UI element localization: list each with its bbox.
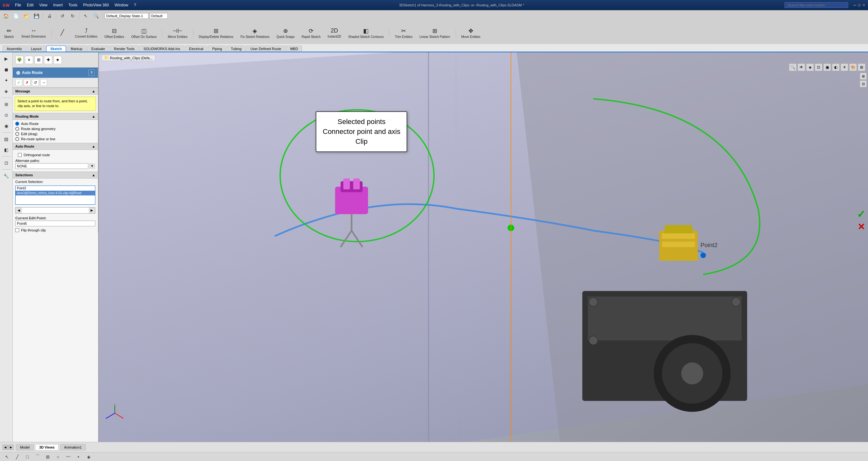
menu-insert[interactable]: Insert: [51, 2, 65, 8]
cancel-btn[interactable]: ✗: [24, 79, 31, 86]
tab-electrical[interactable]: Electrical: [185, 45, 208, 52]
selection-scroll-right[interactable]: ▶: [89, 208, 95, 213]
lv-btn-3[interactable]: ✦: [1, 75, 11, 86]
status-icon-5[interactable]: ⊞: [43, 452, 52, 461]
vp-btn-6[interactable]: ◐: [832, 63, 840, 71]
selections-header[interactable]: Selections ▲: [13, 172, 98, 179]
radio-reroute-spline[interactable]: Re-route spline or line: [15, 137, 95, 141]
rapid-sketch-tool[interactable]: ⟳ Rapid Sketch: [300, 27, 323, 39]
green-check-btn[interactable]: ✓: [857, 208, 865, 220]
line-tool[interactable]: ╱: [55, 28, 70, 38]
undo-btn[interactable]: ↺: [32, 79, 39, 86]
expand-btn[interactable]: ⊞: [860, 73, 867, 80]
window-maximize[interactable]: □: [858, 3, 860, 7]
tab-sketch[interactable]: Sketch: [46, 45, 66, 52]
display-delete-tool[interactable]: ⊞ Display/Delete Relations: [196, 27, 236, 39]
tab-scroll-left[interactable]: ◀: [3, 445, 8, 450]
red-x-btn[interactable]: ✕: [858, 222, 865, 232]
instant2d-tool[interactable]: 2D Instant2D: [325, 27, 343, 39]
lv-btn-5[interactable]: ⊞: [1, 99, 11, 109]
redo-btn[interactable]: →: [40, 79, 47, 86]
selection-item-1[interactable]: Point3: [16, 186, 95, 191]
shaded-sketch-tool[interactable]: ◧ Shaded Sketch Contours: [346, 27, 386, 39]
alternate-paths-input[interactable]: [15, 163, 88, 169]
vp-btn-4[interactable]: ⊡: [815, 63, 823, 71]
status-icon-3[interactable]: □: [23, 452, 32, 461]
tab-addins[interactable]: SOLIDWORKS Add-Ins: [140, 45, 184, 52]
status-icon-6[interactable]: ○: [54, 452, 62, 461]
tab-tubing[interactable]: Tubing: [227, 45, 246, 52]
tab-mbd[interactable]: MBD: [286, 45, 302, 52]
redo-btn[interactable]: ↻: [68, 11, 77, 21]
radio-auto-route[interactable]: Auto Route: [15, 122, 95, 126]
tab-render[interactable]: Render Tools: [110, 45, 139, 52]
save-btn[interactable]: 💾: [32, 11, 41, 21]
selection-item-3[interactable]: [16, 195, 95, 197]
status-icon-8[interactable]: •: [74, 452, 83, 461]
lv-btn-11[interactable]: 🔧: [1, 171, 11, 181]
tab-layout[interactable]: Layout: [27, 45, 45, 52]
menu-window[interactable]: Window: [112, 2, 131, 8]
vp-btn-8[interactable]: 🎨: [849, 63, 857, 71]
selection-item-2[interactable]: Axis3@Demo_richco_hurc-4-01-clip-4@Routi: [16, 191, 95, 195]
menu-help[interactable]: ?: [131, 2, 139, 8]
fix-sketch-tool[interactable]: ◈ Fix Sketch Relations: [238, 27, 272, 39]
radio-edit-drag[interactable]: Edit (drag): [15, 132, 95, 136]
vp-btn-1[interactable]: 🔍: [789, 63, 797, 71]
menu-edit[interactable]: Edit: [24, 2, 36, 8]
linear-pattern-tool[interactable]: ⊞ Linear Sketch Pattern: [417, 27, 452, 39]
selection-scroll-left[interactable]: ◀: [16, 208, 22, 213]
message-section-header[interactable]: Message ▲: [13, 88, 98, 95]
bottom-tab-model[interactable]: Model: [16, 444, 34, 451]
viewport[interactable]: Point2 📁 Routing_with_Clips (Defa... 🔍 👁…: [99, 52, 868, 442]
display-state-dropdown[interactable]: Default_Display State-1: [104, 13, 149, 19]
quick-snaps-tool[interactable]: ⊕ Quick Snaps: [274, 27, 297, 39]
window-minimize[interactable]: ─: [853, 3, 856, 7]
lv-btn-9[interactable]: ◧: [1, 145, 11, 155]
undo-btn[interactable]: ↺: [58, 11, 67, 21]
convert-entities-tool[interactable]: ⤴ Convert Entities: [73, 27, 100, 39]
tab-userroute[interactable]: User Defined Route: [246, 45, 285, 52]
property-help-btn[interactable]: ?: [88, 69, 95, 76]
tab-evaluate[interactable]: Evaluate: [87, 45, 109, 52]
lv-btn-2[interactable]: ◼: [1, 64, 11, 74]
zoom-btn[interactable]: 🔍: [92, 11, 100, 21]
menu-view[interactable]: View: [37, 2, 50, 8]
vp-btn-2[interactable]: 👁: [798, 63, 805, 71]
lv-btn-10[interactable]: ⊡: [1, 158, 11, 168]
open-btn[interactable]: 📂: [22, 11, 31, 21]
lv-btn-4[interactable]: ◈: [1, 86, 11, 96]
home-btn[interactable]: 🏠: [1, 11, 10, 21]
bottom-tab-3dviews[interactable]: 3D Views: [35, 444, 59, 451]
vp-btn-3[interactable]: ◈: [806, 63, 814, 71]
config-dropdown[interactable]: Default: [150, 13, 168, 19]
vp-btn-7[interactable]: ☀: [841, 63, 848, 71]
radio-along-geometry[interactable]: Route along geometry: [15, 127, 95, 131]
offset-tool[interactable]: ⊟ Offset Entities: [102, 27, 126, 39]
flip-clip-checkbox[interactable]: [15, 228, 19, 232]
search-input[interactable]: [784, 2, 848, 8]
status-icon-2[interactable]: ╱: [13, 452, 22, 461]
panel-props-btn[interactable]: ⊞: [34, 56, 43, 64]
tab-assembly[interactable]: Assembly: [3, 45, 26, 52]
auto-route-section-header[interactable]: Auto Route ▲: [13, 143, 98, 150]
mirror-entities-tool[interactable]: ⊣⊢ Mirror Entities: [165, 27, 190, 39]
tab-scroll-right[interactable]: ▶: [8, 445, 13, 450]
panel-tree-btn[interactable]: 🌳: [15, 56, 24, 64]
alternate-paths-down-btn[interactable]: ▼: [89, 163, 95, 169]
trim-entities-tool[interactable]: ✂ Trim Entities: [393, 27, 414, 39]
flip-clip-checkbox-row[interactable]: Flip through clip: [13, 227, 98, 233]
lv-btn-1[interactable]: ▶: [1, 54, 11, 64]
menu-tools[interactable]: Tools: [66, 2, 80, 8]
vp-btn-9[interactable]: ⊞: [858, 63, 865, 71]
menu-bar[interactable]: File Edit View Insert Tools PhotoView 36…: [12, 2, 139, 8]
status-icon-4[interactable]: ⌒: [33, 452, 42, 461]
tab-markup[interactable]: Markup: [67, 45, 87, 52]
selection-list[interactable]: Point3 Axis3@Demo_richco_hurc-4-01-clip-…: [15, 186, 95, 205]
menu-photoview[interactable]: PhotoView 360: [81, 2, 112, 8]
smart-dim-tool[interactable]: ↔ Smart Dimension: [19, 27, 48, 39]
bottom-tab-animation[interactable]: Animation1: [60, 444, 86, 451]
lv-btn-6[interactable]: ⊙: [1, 110, 11, 120]
panel-cross-btn[interactable]: ✚: [44, 56, 52, 64]
print-btn[interactable]: 🖨: [45, 11, 54, 21]
